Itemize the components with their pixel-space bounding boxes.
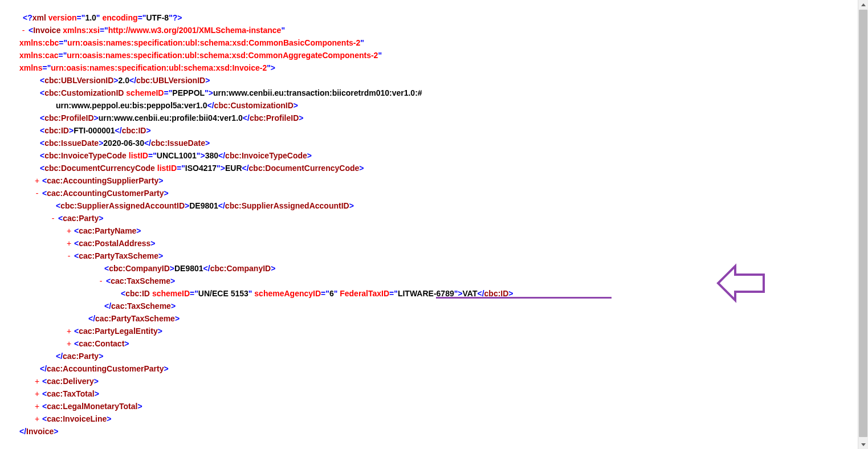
customer-party-close: </cac:AccountingCustomerParty> bbox=[11, 362, 868, 375]
expand-toggle[interactable]: + bbox=[65, 224, 73, 237]
expand-toggle[interactable]: + bbox=[65, 325, 73, 337]
root-open: -<Invoice xmlns:xsi="http://www.w3.org/2… bbox=[11, 24, 868, 36]
postal-address-collapsed: +<cac:PostalAddress> bbox=[11, 237, 868, 250]
party-name-collapsed: +<cac:PartyName> bbox=[11, 224, 868, 237]
collapse-toggle[interactable]: - bbox=[49, 212, 57, 224]
expand-toggle[interactable]: + bbox=[65, 337, 73, 350]
xml-tree: <?xml version="1.0" encoding="UTF-8"?> -… bbox=[0, 0, 868, 438]
expand-toggle[interactable]: + bbox=[65, 237, 73, 250]
delivery-collapsed: +<cac:Delivery> bbox=[11, 375, 868, 387]
scroll-down-button[interactable] bbox=[858, 439, 868, 449]
issue-date: <cbc:IssueDate>2020-06-30</cbc:IssueDate… bbox=[11, 137, 868, 149]
collapse-toggle[interactable]: - bbox=[19, 24, 27, 36]
expand-toggle[interactable]: + bbox=[33, 174, 41, 187]
expand-toggle[interactable]: + bbox=[33, 387, 41, 400]
invoice-type-code: <cbc:InvoiceTypeCode listID="UNCL1001">3… bbox=[11, 149, 868, 162]
root-ns-cac: xmlns:cac="urn:oasis:names:specification… bbox=[11, 49, 868, 62]
party-tax-scheme-open: -<cac:PartyTaxScheme> bbox=[11, 250, 868, 262]
document-currency-code: <cbc:DocumentCurrencyCode listID="ISO421… bbox=[11, 162, 868, 174]
party-legal-entity-collapsed: +<cac:PartyLegalEntity> bbox=[11, 325, 868, 337]
legal-monetary-total-collapsed: +<cac:LegalMonetaryTotal> bbox=[11, 400, 868, 413]
supplier-assigned-account-id: <cbc:SupplierAssignedAccountID>DE9801</c… bbox=[11, 199, 868, 212]
vertical-scrollbar[interactable] bbox=[858, 0, 868, 449]
root-ns-default: xmlns="urn:oasis:names:specification:ubl… bbox=[11, 62, 868, 74]
profile-id: <cbc:ProfileID>urn:www.cenbii.eu:profile… bbox=[11, 112, 868, 124]
xml-viewer: <?xml version="1.0" encoding="UTF-8"?> -… bbox=[0, 0, 868, 449]
tax-scheme-open: -<cac:TaxScheme> bbox=[11, 275, 868, 287]
collapse-toggle[interactable]: - bbox=[65, 250, 73, 262]
root-close: </Invoice> bbox=[11, 425, 868, 438]
collapse-toggle[interactable]: - bbox=[97, 275, 105, 287]
supplier-party-collapsed: +<cac:AccountingSupplierParty> bbox=[11, 174, 868, 187]
root-ns-cbc: xmlns:cbc="urn:oasis:names:specification… bbox=[11, 36, 868, 49]
collapse-toggle[interactable]: - bbox=[33, 187, 41, 199]
expand-toggle[interactable]: + bbox=[33, 400, 41, 413]
invoice-id: <cbc:ID>FTI-000001</cbc:ID> bbox=[11, 124, 868, 137]
customer-party-open: -<cac:AccountingCustomerParty> bbox=[11, 187, 868, 199]
contact-collapsed: +<cac:Contact> bbox=[11, 337, 868, 350]
customization-id-line1: <cbc:CustomizationID schemeID="PEPPOL">u… bbox=[11, 87, 868, 99]
party-tax-scheme-close: </cac:PartyTaxScheme> bbox=[11, 312, 868, 325]
scroll-up-button[interactable] bbox=[858, 0, 868, 10]
tax-scheme-id: <cbc:ID schemeID="UN/ECE 5153" schemeAge… bbox=[11, 287, 868, 300]
company-id: <cbc:CompanyID>DE9801</cbc:CompanyID> bbox=[11, 262, 868, 275]
ubl-version-id: <cbc:UBLVersionID>2.0</cbc:UBLVersionID> bbox=[11, 74, 868, 87]
xml-declaration: <?xml version="1.0" encoding="UTF-8"?> bbox=[11, 11, 868, 24]
party-open: -<cac:Party> bbox=[11, 212, 868, 224]
party-close: </cac:Party> bbox=[11, 350, 868, 362]
tax-total-collapsed: +<cac:TaxTotal> bbox=[11, 387, 868, 400]
scroll-thumb[interactable] bbox=[859, 10, 867, 437]
expand-toggle[interactable]: + bbox=[33, 413, 41, 425]
invoice-line-collapsed: +<cac:InvoiceLine> bbox=[11, 413, 868, 425]
expand-toggle[interactable]: + bbox=[33, 375, 41, 387]
tax-scheme-close: </cac:TaxScheme> bbox=[11, 300, 868, 312]
customization-id-line2: urn:www.peppol.eu:bis:peppol5a:ver1.0</c… bbox=[11, 99, 868, 112]
